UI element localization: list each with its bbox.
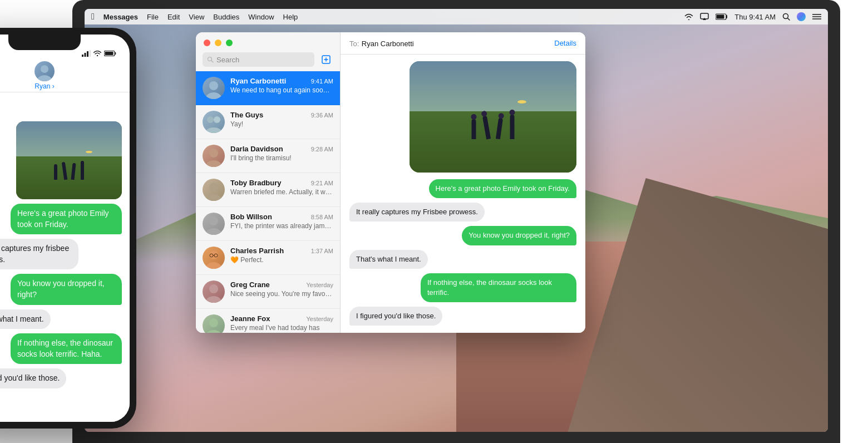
menu-window[interactable]: Window [248, 13, 274, 21]
msg-sent-2: You know you dropped it, right? [349, 226, 576, 245]
bubble-received-3: I figured you'd like those. [349, 307, 442, 326]
frisbee-photo-inner [410, 61, 576, 173]
compose-button[interactable] [319, 52, 333, 67]
traffic-lights [204, 40, 233, 46]
bubble-sent-3: If nothing else, the dinosaur socks look… [421, 273, 576, 302]
svg-rect-39 [105, 52, 114, 55]
svg-point-41 [37, 75, 52, 81]
menu-view[interactable]: View [189, 13, 204, 21]
svg-point-30 [206, 296, 221, 303]
siri-icon [797, 12, 806, 21]
conversation-bob[interactable]: Bob Willson 8:58 AM FYI, the printer was… [196, 207, 340, 241]
conv-preview-jeanne: Every meal I've had today has [230, 324, 333, 332]
msg-sent-1: Here's a great photo Emily took on Frida… [349, 179, 576, 198]
msg-received-2: That's what I meant. [349, 250, 576, 269]
search-placeholder: Search [216, 56, 239, 64]
apple-menu[interactable]:  [91, 12, 95, 22]
svg-point-25 [206, 262, 221, 269]
conv-time-ryan: 9:41 AM [311, 78, 333, 85]
iphone-photo-row [0, 121, 122, 199]
menu-buddies[interactable]: Buddies [213, 13, 239, 21]
iphone-wifi-icon [93, 51, 101, 56]
svg-point-22 [209, 216, 218, 225]
iphone-bubble-sent-1: Here's a great photo Emily took on Frida… [11, 204, 122, 234]
svg-point-15 [207, 116, 214, 123]
wifi-icon [684, 13, 693, 20]
menu-help[interactable]: Help [283, 13, 298, 21]
search-icon [207, 56, 214, 63]
messages-window: Search [196, 32, 585, 333]
chat-to-label: To: [349, 40, 359, 48]
msg-sent-3: If nothing else, the dinosaur socks look… [349, 273, 576, 302]
iphone-bubble-sent-2: You know you dropped it, right? [11, 274, 122, 304]
control-center-icon[interactable] [812, 13, 821, 20]
menubar-search-icon[interactable] [782, 13, 790, 21]
conv-content-toby: Toby Bradbury 9:21 AM Warren briefed me.… [230, 179, 333, 196]
conversation-ryan[interactable]: Ryan Carbonetti 9:41 AM We need to hang … [196, 71, 340, 105]
conversation-greg[interactable]: Greg Crane Yesterday Nice seeing you. Yo… [196, 275, 340, 309]
airplay-icon [700, 13, 709, 21]
iphone-msg-received-3: I figured you'd like those. [0, 368, 122, 388]
menubar-left:  Messages File Edit View Buddies Window… [91, 12, 298, 22]
svg-line-9 [211, 61, 213, 62]
conv-time-toby: 9:21 AM [311, 180, 333, 186]
iphone-msg-received-1: It really captures my frisbee prowess. [0, 239, 122, 269]
conversation-toby[interactable]: Toby Bradbury 9:21 AM Warren briefed me.… [196, 173, 340, 207]
conversation-charles[interactable]: Charles Parrish 1:37 AM 🧡 Perfect. [196, 241, 340, 275]
iphone-notch [8, 35, 81, 50]
iphone-msg-sent-3: If nothing else, the dinosaur socks look… [0, 333, 122, 364]
conv-name-bob: Bob Willson [230, 213, 272, 221]
bubble-sent-1: Here's a great photo Emily took on Frida… [429, 179, 576, 198]
messages-sidebar: Search [196, 32, 341, 333]
conv-content-jeanne: Jeanne Fox Yesterday Every meal I've had… [230, 314, 333, 332]
conv-time-greg: Yesterday [306, 282, 333, 288]
minimize-button[interactable] [215, 40, 221, 46]
menubar:  Messages File Edit View Buddies Window… [85, 9, 828, 24]
search-bar[interactable]: Search [203, 52, 314, 67]
iphone-contact-avatar [34, 61, 55, 81]
conversation-guys[interactable]: The Guys 9:36 AM Yay! [196, 105, 340, 139]
conv-time-bob: 8:58 AM [311, 214, 333, 220]
iphone-contact-name[interactable]: Ryan › [34, 82, 54, 90]
svg-point-18 [209, 149, 218, 157]
conv-name-greg: Greg Crane [230, 280, 270, 289]
svg-point-17 [206, 127, 221, 133]
bubble-sent-2: You know you dropped it, right? [462, 226, 576, 245]
conv-preview-ryan: We need to hang out again soon. Don't be… [230, 86, 333, 94]
iphone-msg-sent-1: Here's a great photo Emily took on Frida… [0, 204, 122, 234]
conv-content-bob: Bob Willson 8:58 AM FYI, the printer was… [230, 213, 333, 230]
svg-point-19 [206, 160, 221, 167]
fullscreen-button[interactable] [226, 40, 233, 46]
svg-point-21 [206, 194, 221, 201]
menubar-right: Thu 9:41 AM [684, 12, 821, 21]
conv-content-greg: Greg Crane Yesterday Nice seeing you. Yo… [230, 280, 333, 298]
conversation-jeanne[interactable]: Jeanne Fox Yesterday Every meal I've had… [196, 309, 340, 333]
avatar-toby [203, 179, 225, 201]
conv-name-jeanne: Jeanne Fox [230, 314, 270, 323]
chat-to-name: Ryan Carbonetti [362, 40, 414, 48]
menu-file[interactable]: File [147, 13, 159, 21]
close-button[interactable] [204, 40, 210, 46]
app-name[interactable]: Messages [103, 13, 138, 21]
details-button[interactable]: Details [554, 39, 576, 47]
conversation-darla[interactable]: Darla Davidson 9:28 AM I'll bring the ti… [196, 139, 340, 173]
conv-content-ryan: Ryan Carbonetti 9:41 AM We need to hang … [230, 77, 333, 94]
conv-time-darla: 9:28 AM [311, 146, 333, 152]
conv-name-darla: Darla Davidson [230, 145, 283, 153]
conv-name-toby: Toby Bradbury [230, 179, 282, 187]
iphone-photo-inner [16, 121, 122, 199]
chat-panel: To: Ryan Carbonetti Details [341, 32, 585, 333]
svg-point-23 [206, 228, 221, 235]
conv-time-charles: 1:37 AM [311, 248, 333, 254]
svg-point-31 [209, 318, 218, 327]
avatar-bob [203, 213, 225, 235]
bubble-received-2: That's what I meant. [349, 250, 428, 269]
photo-message-row [349, 61, 576, 175]
iphone-bubble-received-1: It really captures my frisbee prowess. [0, 239, 78, 269]
conv-preview-bob: FYI, the printer was already jammed when… [230, 222, 333, 230]
iphone-frame: 9:41 [0, 28, 136, 429]
svg-rect-2 [717, 15, 724, 19]
menu-edit[interactable]: Edit [167, 13, 180, 21]
conv-name-ryan: Ryan Carbonetti [230, 77, 286, 85]
iphone-bubble-sent-3: If nothing else, the dinosaur socks look… [11, 333, 122, 364]
